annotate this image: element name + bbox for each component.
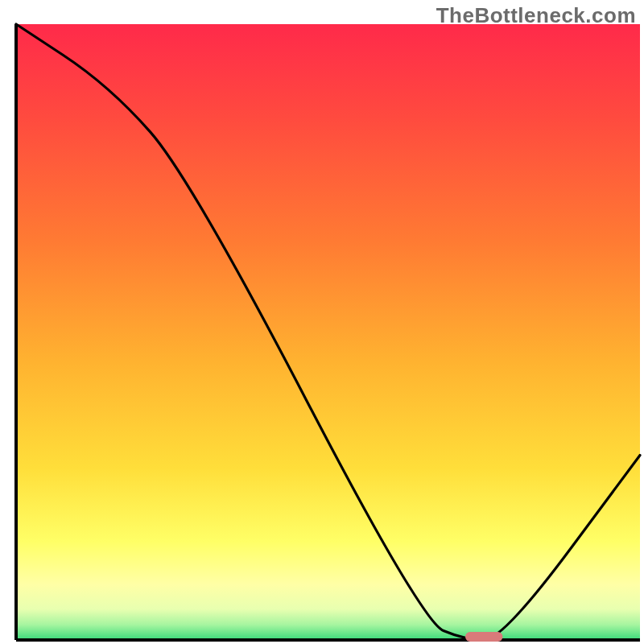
plot-background: [16, 24, 640, 640]
bottleneck-chart: [0, 0, 644, 644]
watermark-label: TheBottleneck.com: [436, 3, 636, 28]
optimal-indicator: [465, 632, 503, 642]
chart-frame: TheBottleneck.com: [0, 0, 644, 644]
